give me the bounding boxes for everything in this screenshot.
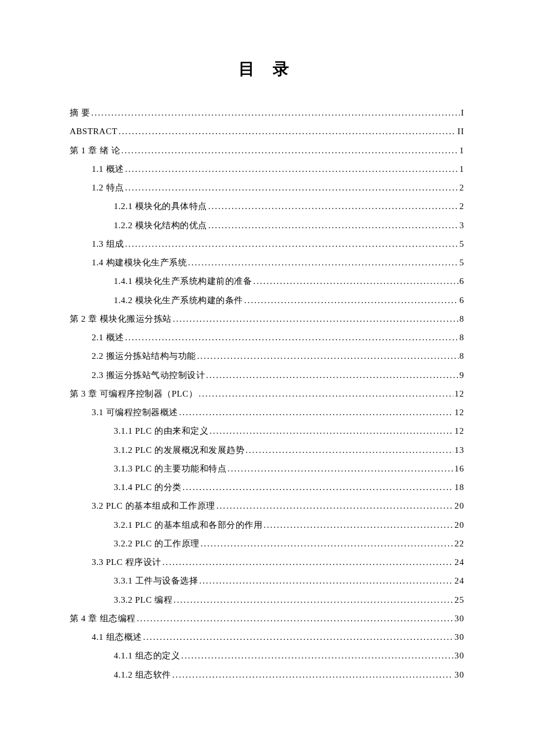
toc-label: ABSTRACT	[70, 122, 117, 141]
toc-label: 1.2 特点	[92, 178, 124, 197]
toc-page-number: 25	[454, 591, 464, 609]
toc-entry: 3.1.3 PLC 的主要功能和特点16	[70, 459, 464, 478]
toc-leader-dots	[208, 216, 459, 235]
toc-page-number: 1	[460, 141, 465, 160]
toc-entry: 4.1.2 组态软件30	[70, 665, 464, 684]
toc-page-number: I	[461, 103, 464, 122]
toc-entry: 4.1.1 组态的定义30	[70, 646, 464, 665]
toc-page-number: 12	[454, 422, 464, 440]
toc-leader-dots	[264, 516, 453, 534]
toc-page-number: 30	[454, 665, 464, 684]
toc-leader-dots	[201, 534, 453, 553]
toc-leader-dots	[217, 496, 453, 515]
toc-leader-dots	[91, 103, 460, 122]
toc-entry: 摘 要I	[70, 103, 464, 122]
toc-label: 4.1.2 组态软件	[114, 665, 171, 684]
toc-leader-dots	[199, 571, 453, 590]
toc-leader-dots	[121, 141, 459, 160]
page-title: 目 录	[70, 58, 464, 80]
toc-leader-dots	[163, 553, 453, 571]
toc-leader-dots	[188, 253, 459, 272]
toc-leader-dots	[143, 628, 454, 646]
toc-page-number: 20	[454, 496, 464, 515]
toc-label: 2.3 搬运分拣站气动控制设计	[92, 366, 205, 384]
toc-label: 第 1 章 绪 论	[70, 141, 120, 160]
table-of-contents: 摘 要IABSTRACTII第 1 章 绪 论11.1 概述11.2 特点21.…	[70, 103, 464, 684]
toc-page-number: 24	[454, 571, 464, 590]
toc-page-number: 30	[454, 646, 464, 665]
toc-entry: 3.2.2 PLC 的工作原理22	[70, 534, 464, 553]
toc-label: 1.4 构建模块化生产系统	[92, 253, 187, 272]
toc-entry: 4.1 组态概述30	[70, 628, 464, 646]
toc-label: 3.2.1 PLC 的基本组成和各部分的作用	[114, 516, 262, 534]
toc-page-number: 2	[460, 197, 465, 215]
toc-leader-dots	[228, 459, 453, 478]
toc-label: 1.4.2 模块化生产系统构建的条件	[114, 291, 243, 309]
toc-leader-dots	[118, 122, 456, 141]
toc-page-number: 6	[460, 272, 465, 290]
toc-page-number: 5	[460, 253, 465, 272]
toc-label: 3.2 PLC 的基本组成和工作原理	[92, 496, 215, 515]
toc-leader-dots	[173, 309, 459, 328]
toc-label: 1.2.2 模块化结构的优点	[114, 216, 207, 235]
toc-leader-dots	[181, 646, 453, 665]
toc-entry: 3.1 可编程控制器概述12	[70, 403, 464, 422]
toc-leader-dots	[172, 665, 453, 684]
toc-entry: 2.1 概述8	[70, 328, 464, 347]
toc-label: 3.1.2 PLC 的发展概况和发展趋势	[114, 441, 244, 459]
toc-leader-dots	[125, 178, 459, 197]
toc-page-number: 30	[454, 609, 464, 628]
toc-entry: 3.3.1 工件与设备选择24	[70, 571, 464, 590]
toc-page-number: 5	[460, 235, 465, 253]
toc-label: 3.3.1 工件与设备选择	[114, 571, 198, 590]
toc-entry: 第 4 章 组态编程30	[70, 609, 464, 628]
toc-entry: 3.1.4 PLC 的分类18	[70, 478, 464, 496]
toc-page-number: 12	[454, 384, 464, 403]
toc-leader-dots	[125, 235, 459, 253]
toc-leader-dots	[125, 160, 459, 178]
toc-entry: 2.2 搬运分拣站结构与功能8	[70, 347, 464, 365]
toc-page-number: 6	[460, 291, 465, 309]
toc-label: 2.2 搬运分拣站结构与功能	[92, 347, 196, 365]
toc-leader-dots	[246, 441, 453, 459]
toc-label: 3.2.2 PLC 的工作原理	[114, 534, 200, 553]
toc-entry: 1.2.1 模块化的具体特点2	[70, 197, 464, 215]
toc-label: 第 2 章 模块化搬运分拣站	[70, 309, 172, 328]
toc-leader-dots	[197, 347, 459, 365]
toc-label: 1.1 概述	[92, 160, 124, 178]
toc-page-number: II	[457, 122, 464, 141]
toc-label: 2.1 概述	[92, 328, 124, 347]
toc-leader-dots	[125, 328, 459, 347]
toc-label: 摘 要	[70, 103, 90, 122]
toc-entry: 1.2.2 模块化结构的优点3	[70, 216, 464, 235]
toc-leader-dots	[183, 478, 453, 496]
toc-label: 4.1 组态概述	[92, 628, 142, 646]
toc-page-number: 2	[460, 178, 465, 197]
toc-entry: 1.4.2 模块化生产系统构建的条件 6	[70, 291, 464, 309]
toc-page-number: 8	[460, 347, 465, 365]
toc-label: 4.1.1 组态的定义	[114, 646, 180, 665]
toc-entry: 3.3 PLC 程序设计24	[70, 553, 464, 571]
toc-label: 3.3.2 PLC 编程	[114, 591, 172, 609]
toc-page-number: 3	[460, 216, 465, 235]
toc-page-number: 24	[454, 553, 464, 571]
toc-page-number: 16	[454, 459, 464, 478]
toc-page-number: 9	[460, 366, 465, 384]
toc-entry: 1.4.1 模块化生产系统构建前的准备6	[70, 272, 464, 290]
toc-entry: 1.3 组成5	[70, 235, 464, 253]
toc-leader-dots	[210, 422, 453, 440]
toc-entry: 1.2 特点2	[70, 178, 464, 197]
toc-entry: 第 3 章 可编程序控制器（PLC） 12	[70, 384, 464, 403]
toc-entry: 2.3 搬运分拣站气动控制设计9	[70, 366, 464, 384]
toc-page-number: 30	[454, 628, 464, 646]
toc-entry: 3.2 PLC 的基本组成和工作原理 20	[70, 496, 464, 515]
toc-entry: 3.3.2 PLC 编程25	[70, 591, 464, 609]
toc-leader-dots	[174, 591, 453, 609]
toc-page-number: 1	[460, 160, 465, 178]
toc-entry: 3.2.1 PLC 的基本组成和各部分的作用20	[70, 516, 464, 534]
toc-label: 3.1.3 PLC 的主要功能和特点	[114, 459, 226, 478]
toc-page-number: 8	[460, 328, 465, 347]
toc-label: 3.1.4 PLC 的分类	[114, 478, 182, 496]
toc-label: 1.4.1 模块化生产系统构建前的准备	[114, 272, 252, 290]
toc-leader-dots	[206, 366, 459, 384]
